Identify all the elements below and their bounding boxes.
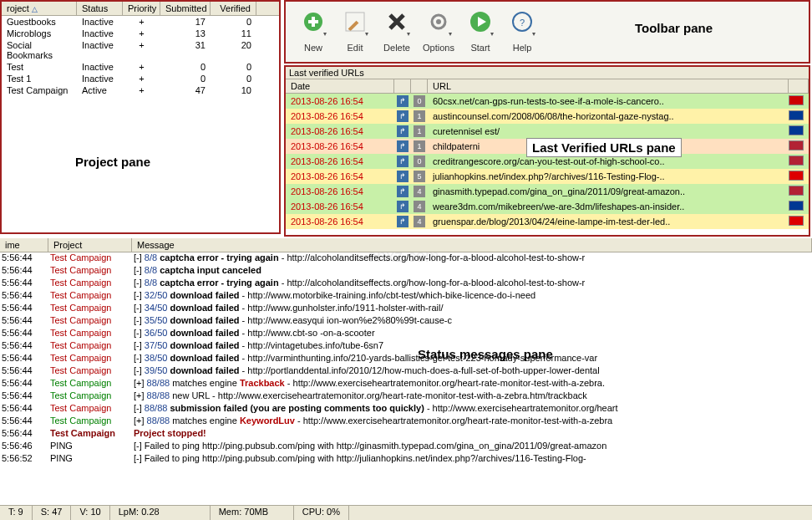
dropdown-icon: ▾ [449,30,452,38]
col-ic2[interactable] [411,79,428,93]
table-row[interactable]: GuestbooksInactive+170 [2,16,279,28]
col-time[interactable]: ime [0,238,48,252]
status-row: 5:56:44Test Campaign[+] 88/88 matches en… [0,378,812,390]
status-row: 5:56:44Test Campaign[+] 88/88 new URL - … [0,390,812,403]
flag-icon [789,155,804,166]
table-row[interactable]: Test CampaignActive+4710 [2,84,279,96]
svg-rect-2 [308,20,318,23]
status-bar: T: 9 S: 47 V: 10 LpM: 0.28 Mem: 70MB CPU… [0,505,812,520]
project-pane: roject △ Status Priority Submitted Verif… [0,0,281,234]
plus-icon [302,10,325,33]
count-badge: 1 [414,140,425,152]
help-icon: ? [510,10,534,33]
tb-label: Start [470,43,490,53]
tb-label: New [304,43,322,53]
options-button[interactable]: ▾Options [419,7,458,55]
flag-icon [789,125,804,135]
link-icon: ↱ [397,171,409,182]
status-row: 5:56:44Test Campaign[-] 8/8 captcha inpu… [0,265,812,278]
url-row[interactable]: 2013-08-26 16:54↱4gruenspar.de/blog/2013… [286,214,809,229]
footer-lpm: LpM: 0.28 [110,506,211,520]
footer-t: T: 9 [0,506,33,520]
dropdown-icon: ▾ [532,30,535,38]
pencil-icon [343,10,367,33]
status-row: 5:56:44Test Campaign[-] 88/88 submission… [0,403,812,415]
col-sproject[interactable]: Project [48,238,132,252]
col-ic1[interactable] [394,79,411,93]
status-rows: 5:56:44Test Campaign[-] 8/8 captcha erro… [0,252,812,466]
tb-label: Help [513,43,532,53]
col-flag[interactable] [789,79,809,93]
dropdown-icon: ▾ [490,30,494,38]
flag-icon [789,110,804,120]
dropdown-icon: ▾ [365,30,368,38]
col-project[interactable]: roject △ [2,2,77,15]
url-row[interactable]: 2013-08-26 16:54↱1childpaterni [286,139,809,154]
link-icon: ↱ [397,216,409,227]
count-badge: 0 [414,155,425,167]
start-button[interactable]: ▾Start [461,7,500,55]
url-row[interactable]: 2013-08-26 16:54↱1austincounsel.com/2008… [286,109,809,124]
dropdown-icon: ▾ [323,30,327,38]
url-row[interactable]: 2013-08-26 16:54↱4weare3dm.com/mikebreen… [286,199,809,214]
help-button[interactable]: ?▾Help [503,7,541,55]
link-icon: ↱ [397,186,409,197]
dropdown-icon: ▾ [407,30,410,38]
link-icon: ↱ [397,140,409,152]
status-row: 5:56:44Test Campaign[-] 32/50 download f… [0,290,812,303]
url-row[interactable]: 2013-08-26 16:54↱060csx.net/can-gps-run-… [286,94,809,109]
status-row: 5:56:44Test Campaign[-] 39/50 download f… [0,365,812,378]
table-row[interactable]: Test 1Inactive+00 [2,73,279,84]
status-row: 5:56:52PING[-] Failed to ping http://pin… [0,453,812,466]
col-message[interactable]: Message [132,238,812,252]
new-button[interactable]: ▾New [294,7,332,55]
tb-label: Options [423,43,454,53]
status-row: 5:56:44Test Campaign[-] 8/8 captcha erro… [0,278,812,290]
count-badge: 1 [414,110,425,122]
status-row: 5:56:44Test Campaign[-] 38/50 download f… [0,353,812,365]
edit-button[interactable]: ▾Edit [336,7,374,55]
urls-title: Last verified URLs [286,67,809,79]
col-verified[interactable]: Verified [211,2,256,15]
flag-icon [789,171,804,181]
link-icon: ↱ [397,155,409,167]
col-priority[interactable]: Priority [123,2,160,15]
play-icon [469,10,492,33]
status-pane: ime Project Message 5:56:44Test Campaign… [0,238,812,506]
url-row[interactable]: 2013-08-26 16:54↱1curetennisel est/ [286,124,809,139]
flag-icon [789,201,804,211]
url-rows: 2013-08-26 16:54↱060csx.net/can-gps-run-… [286,94,809,229]
delete-button[interactable]: ▾Delete [378,7,416,55]
count-badge: 0 [414,95,425,107]
table-row[interactable]: TestInactive+00 [2,61,279,73]
status-row: 5:56:44Test Campaign[-] 34/50 download f… [0,303,812,315]
urls-pane: Last verified URLs Date URL 2013-08-26 1… [284,65,810,237]
footer-mem: Mem: 70MB [211,506,294,520]
table-row[interactable]: Social BookmarksInactive+3120 [2,39,279,61]
status-row: 5:56:44Test CampaignProject stopped! [0,428,812,441]
flag-icon [789,140,804,150]
footer-s: S: 47 [33,506,72,520]
project-header: roject △ Status Priority Submitted Verif… [2,2,279,16]
count-badge: 4 [414,186,425,197]
url-row[interactable]: 2013-08-26 16:54↱0creditrangescore.org/c… [286,154,809,169]
tb-label: Delete [383,43,410,53]
col-status[interactable]: Status [77,2,123,15]
flag-icon [789,95,804,105]
link-icon: ↱ [397,95,409,107]
url-row[interactable]: 2013-08-26 16:54↱5julianhopkins.net/inde… [286,169,809,184]
col-submitted[interactable]: Submitted [160,2,211,15]
url-row[interactable]: 2013-08-26 16:54↱4ginasmith.typepad.com/… [286,184,809,199]
count-badge: 4 [414,201,425,212]
table-row[interactable]: MicroblogsInactive+1311 [2,28,279,39]
status-row: 5:56:44Test Campaign[-] 36/50 download f… [0,328,812,340]
gear-icon [427,10,450,33]
x-icon [385,10,409,33]
status-header: ime Project Message [0,238,812,252]
svg-rect-3 [348,20,359,31]
col-url[interactable]: URL [428,79,789,93]
status-row: 5:56:46PING[-] Failed to ping http://pin… [0,441,812,453]
col-date[interactable]: Date [286,79,394,93]
svg-point-6 [436,19,441,24]
urls-header: Date URL [286,79,809,94]
